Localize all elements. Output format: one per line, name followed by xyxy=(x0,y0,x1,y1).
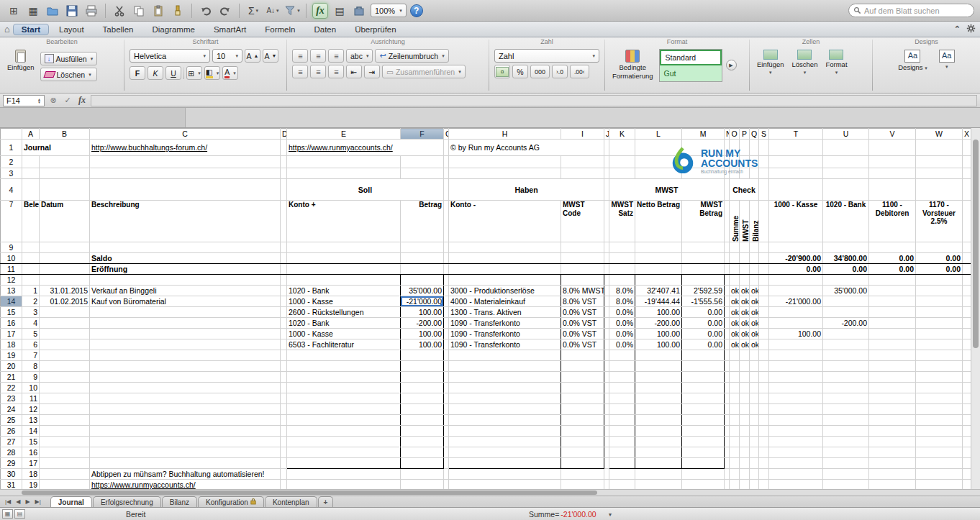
column-header-F[interactable]: F xyxy=(401,129,444,140)
copy-icon[interactable] xyxy=(131,3,147,19)
cell-C22[interactable] xyxy=(90,383,281,393)
cell-I25[interactable] xyxy=(561,415,604,426)
cell-D7[interactable] xyxy=(281,201,287,242)
cell-U10[interactable]: 34'800.00 xyxy=(823,253,869,264)
cell-Q20[interactable] xyxy=(750,361,759,372)
cell-C9[interactable] xyxy=(90,242,281,253)
cell-D10[interactable] xyxy=(281,253,287,264)
cell-G3[interactable] xyxy=(444,168,449,179)
help-button[interactable]: ? xyxy=(410,4,423,17)
row-header-7[interactable]: 7 xyxy=(1,201,22,242)
cell-A24[interactable]: 12 xyxy=(22,404,40,415)
percent-format-button[interactable]: % xyxy=(512,65,528,78)
cell-L30[interactable] xyxy=(635,469,682,480)
cell-A1[interactable]: Journal xyxy=(22,140,90,156)
cell-O4[interactable]: Check xyxy=(730,179,759,201)
cell-F13[interactable]: 35'000.00 xyxy=(401,286,444,296)
row-header-30[interactable]: 30 xyxy=(1,469,22,480)
cell-F29[interactable] xyxy=(401,458,444,469)
cell-N17[interactable] xyxy=(725,329,730,339)
cell-I13[interactable]: 8.0% MWST xyxy=(561,286,604,296)
cell-V30[interactable] xyxy=(869,469,916,480)
cell-E24[interactable] xyxy=(287,404,401,415)
cell-U11[interactable]: 0.00 xyxy=(823,264,869,275)
cell-F26[interactable] xyxy=(401,426,444,437)
cell-K18[interactable]: 0.0% xyxy=(609,339,635,350)
cell-B24[interactable] xyxy=(40,404,90,415)
number-format-select[interactable]: Zahl▾ xyxy=(494,49,599,63)
collapse-ribbon-icon[interactable]: ⌃ xyxy=(954,24,961,34)
cell-I7[interactable]: MWST Code xyxy=(561,201,604,242)
cell-U7[interactable]: 1020 - Bank xyxy=(823,201,869,242)
cell-S11[interactable] xyxy=(759,264,769,275)
cell-X24[interactable] xyxy=(963,404,971,415)
page-layout-view-button[interactable]: ▤ xyxy=(14,509,25,519)
cell-K26[interactable] xyxy=(609,426,635,437)
cell-H1[interactable]: © by Run my Accounts AG xyxy=(449,140,604,156)
cell-H3[interactable] xyxy=(449,168,561,179)
font-name-select[interactable]: Helvetica▾ xyxy=(130,49,210,63)
cell-S28[interactable] xyxy=(759,447,769,458)
column-header-D[interactable]: D xyxy=(281,129,287,140)
cell-O20[interactable] xyxy=(730,361,740,372)
fill-button[interactable]: ↓Ausfüllen▾ xyxy=(40,52,98,65)
cell-L12[interactable] xyxy=(635,275,682,286)
cell-U17[interactable] xyxy=(823,329,869,339)
cell-M16[interactable]: 0.00 xyxy=(682,318,725,329)
cell-style-standard[interactable]: Standard xyxy=(660,50,722,65)
add-sheet-button[interactable]: + xyxy=(318,496,334,507)
cell-N31[interactable] xyxy=(725,480,730,490)
cut-icon[interactable] xyxy=(112,3,127,19)
cell-G31[interactable] xyxy=(444,480,449,490)
cell-S16[interactable] xyxy=(759,318,769,329)
cell-E2[interactable] xyxy=(287,156,401,168)
row-header-18[interactable]: 18 xyxy=(1,339,22,350)
cell-D27[interactable] xyxy=(281,437,287,447)
sheet-tab-bilanz[interactable]: Bilanz xyxy=(162,496,197,507)
cell-L23[interactable] xyxy=(635,393,682,404)
cell-K7[interactable]: MWST Satz xyxy=(609,201,635,242)
cell-S19[interactable] xyxy=(759,350,769,361)
cell-C2[interactable] xyxy=(90,156,281,168)
cell-O7[interactable]: Summe xyxy=(730,201,740,242)
cell-E10[interactable] xyxy=(287,253,401,264)
cell-X29[interactable] xyxy=(963,458,971,469)
cell-X26[interactable] xyxy=(963,426,971,437)
cell-W30[interactable] xyxy=(916,469,963,480)
themes-button[interactable]: Aa Designs ▾ xyxy=(896,49,929,72)
cell-J31[interactable] xyxy=(604,480,609,490)
cell-G30[interactable] xyxy=(444,469,449,480)
sheet-tab-konfiguration[interactable]: Konfiguration xyxy=(198,496,264,507)
cell-B9[interactable] xyxy=(40,242,90,253)
cell-I12[interactable] xyxy=(561,275,604,286)
cell-E7[interactable]: Konto + xyxy=(287,201,401,242)
row-header-2[interactable]: 2 xyxy=(1,156,22,168)
cell-K29[interactable] xyxy=(609,458,635,469)
cell-U13[interactable]: 35'000.00 xyxy=(823,286,869,296)
cell-D21[interactable] xyxy=(281,372,287,383)
cell-P30[interactable] xyxy=(740,469,750,480)
cell-N18[interactable] xyxy=(725,339,730,350)
cell-I20[interactable] xyxy=(561,361,604,372)
cell-G2[interactable] xyxy=(444,156,449,168)
cell-G29[interactable] xyxy=(444,458,449,469)
paste-icon[interactable] xyxy=(150,3,166,19)
format-painter-icon[interactable] xyxy=(170,3,186,19)
cell-B12[interactable] xyxy=(40,275,90,286)
cell-G23[interactable] xyxy=(444,393,449,404)
cell-J1[interactable] xyxy=(604,140,609,156)
cell-X9[interactable] xyxy=(963,242,971,253)
cell-B15[interactable] xyxy=(40,307,90,318)
cell-B18[interactable] xyxy=(40,339,90,350)
cell-D14[interactable] xyxy=(281,296,287,307)
cell-A31[interactable]: 19 xyxy=(22,480,40,490)
cell-D12[interactable] xyxy=(281,275,287,286)
cell-T22[interactable] xyxy=(769,383,823,393)
cell-P31[interactable] xyxy=(740,480,750,490)
cell-V7[interactable]: 1100 - Debitoren xyxy=(869,201,916,242)
cell-N30[interactable] xyxy=(725,469,730,480)
cell-S20[interactable] xyxy=(759,361,769,372)
cell-T25[interactable] xyxy=(769,415,823,426)
cell-C30[interactable]: Abtippen zu mühsam? Buchhaltung automati… xyxy=(90,469,281,480)
cell-F24[interactable] xyxy=(401,404,444,415)
